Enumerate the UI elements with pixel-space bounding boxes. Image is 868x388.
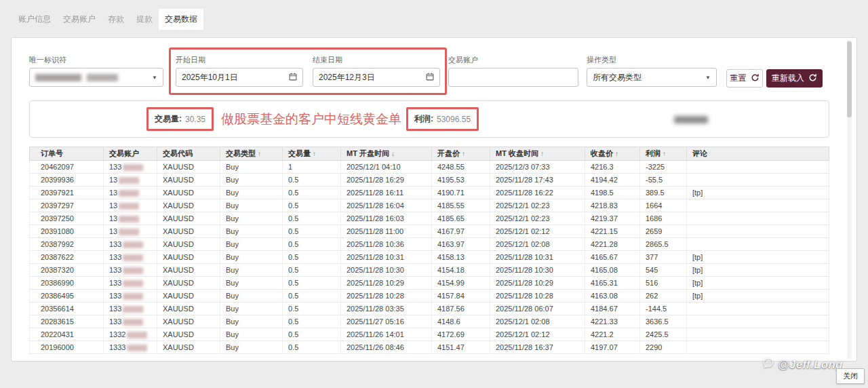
operation-type-select[interactable]: 所有交易类型 ▼ (587, 68, 717, 87)
start-date-label: 开始日期 (176, 55, 303, 64)
table-cell: 4185.65 (432, 212, 490, 225)
chevron-down-icon: ▼ (705, 75, 711, 81)
profit-stat-value: 53096.55 (437, 115, 471, 124)
table-cell: XAUUSD (157, 290, 220, 303)
table-cell: Buy (220, 341, 283, 354)
table-cell: 4221.2 (585, 328, 640, 341)
blurred-account-number (123, 164, 143, 171)
blurred-account-number (127, 345, 147, 351)
reload-button[interactable]: 重新载入 (766, 69, 823, 88)
table-cell: Buy (220, 264, 283, 277)
table-cell: 20399936 (30, 174, 104, 187)
tab-deposits[interactable]: 存款 (102, 9, 130, 30)
reset-button[interactable]: 重置 (726, 69, 763, 88)
tab-account-info[interactable]: 账户信息 (12, 9, 57, 30)
close-button[interactable]: 关闭 (836, 368, 865, 384)
table-row[interactable]: 20283615133XAUUSDBuy0.52025/11/27 05:164… (30, 315, 829, 328)
table-row[interactable]: 2039108013XAUUSDBuy0.52025/11/28 11:0041… (30, 225, 829, 238)
table-cell: 20397250 (30, 212, 104, 225)
end-date-label: 结束日期 (313, 55, 440, 64)
table-cell: 2025/11/28 10:36 (341, 238, 432, 251)
table-cell: 2025/12/1 02:08 (490, 238, 585, 251)
table-row[interactable]: 2039993613XAUUSDBuy0.52025/11/28 16:2941… (30, 174, 829, 187)
end-date-input[interactable]: 2025年12月3日 (313, 68, 440, 87)
table-cell: XAUUSD (157, 264, 220, 277)
blurred-account-number (127, 332, 147, 338)
table-cell: 4218.83 (585, 199, 640, 212)
table-cell: 20397921 (30, 187, 104, 199)
table-cell: 4187.56 (432, 303, 490, 315)
table-row[interactable]: 20356614133XAUUSDBuy0.52025/11/28 03:354… (30, 303, 829, 315)
table-row[interactable]: 20387320133XAUUSDBuy0.52025/11/28 10:304… (30, 264, 829, 277)
column-header-4[interactable]: 交易类型↑ (220, 147, 283, 161)
end-date-value: 2025年12月3日 (319, 72, 375, 83)
table-cell: XAUUSD (157, 212, 220, 225)
table-row[interactable]: 20386495133XAUUSDBuy0.52025/11/28 10:284… (30, 290, 829, 303)
column-header-7[interactable]: 开盘价↑ (432, 147, 490, 161)
table-cell: 2025/11/28 06:07 (490, 303, 585, 315)
table-cell: 2025/11/26 08:46 (341, 341, 432, 354)
tab-trading-data[interactable]: 交易数据 (159, 9, 203, 30)
table-cell: 2025/11/28 10:30 (490, 264, 585, 277)
table-cell: 1664 (640, 199, 687, 212)
table-cell: 2425.5 (640, 328, 687, 341)
table-cell: 4165.67 (585, 251, 640, 264)
table-cell: Buy (220, 238, 283, 251)
table-cell: XAUUSD (157, 277, 220, 290)
table-row[interactable]: 20462097133XAUUSDBuy12025/12/1 04:104248… (30, 161, 829, 174)
column-header-8[interactable]: MT 收盘时间↑ (490, 147, 585, 161)
table-cell: 545 (640, 264, 687, 277)
table-cell: 2025/12/1 02:12 (490, 328, 585, 341)
table-cell: 4167.97 (432, 225, 490, 238)
table-cell: 133 (104, 277, 157, 290)
table-cell: 1686 (640, 212, 687, 225)
table-row[interactable]: 20386990133XAUUSDBuy0.52025/11/28 10:294… (30, 277, 829, 290)
tab-withdrawals[interactable]: 提款 (130, 9, 159, 30)
table-cell: 2025/11/28 16:29 (341, 174, 432, 187)
table-cell: Buy (220, 212, 283, 225)
table-cell: 20391080 (30, 225, 104, 238)
column-header-9[interactable]: 收盘价↑ (585, 147, 640, 161)
table-cell: 2025/12/1 02:12 (490, 225, 585, 238)
table-cell: 4157.84 (432, 290, 490, 303)
start-date-input[interactable]: 2025年10月1日 (176, 68, 303, 87)
table-row[interactable]: 201960001333XAUUSDBuy0.52025/11/26 08:46… (30, 341, 829, 354)
table-row[interactable]: 2039792113XAUUSDBuy0.52025/11/28 16:1141… (30, 187, 829, 199)
table-cell: XAUUSD (157, 303, 220, 315)
watermark-text: @Jeff.Long (778, 358, 843, 372)
table-cell: -55.5 (640, 174, 687, 187)
trade-account-input[interactable] (448, 68, 578, 87)
table-row[interactable]: 20387622133XAUUSDBuy0.52025/11/28 10:314… (30, 251, 829, 264)
table-row[interactable]: 2039729713XAUUSDBuy0.52025/11/28 16:0441… (30, 199, 829, 212)
column-header-10[interactable]: 利润↑ (640, 147, 687, 161)
table-cell: 4184.67 (585, 303, 640, 315)
table-cell: Buy (220, 303, 283, 315)
unique-id-select[interactable]: ▼ (29, 68, 163, 87)
scrollbar-thumb[interactable] (847, 41, 852, 117)
table-cell: 2025/12/1 02:08 (490, 315, 585, 328)
volume-stat-annotation-box: 交易量: 30.35 (146, 107, 214, 131)
table-cell: 2025/11/28 10:31 (490, 251, 585, 264)
table-cell: 13 (104, 225, 157, 238)
table-cell: 133 (104, 264, 157, 277)
unique-id-label: 唯一标识符 (29, 55, 163, 64)
table-cell: 2025/11/26 14:01 (341, 328, 432, 341)
column-header-5[interactable]: 交易量↑ (283, 147, 341, 161)
column-header-6[interactable]: MT 开盘时间↓ (341, 147, 432, 161)
watermark: @Jeff.Long (762, 357, 843, 372)
table-row[interactable]: 2039725013XAUUSDBuy0.52025/11/28 16:0341… (30, 212, 829, 225)
calendar-icon[interactable] (426, 73, 434, 83)
table-cell (687, 328, 829, 341)
vertical-scrollbar[interactable] (847, 40, 852, 359)
sort-asc-icon: ↑ (663, 150, 666, 157)
refresh-icon (751, 73, 760, 84)
table-row[interactable]: 202204311332XAUUSDBuy0.52025/11/26 14:01… (30, 328, 829, 341)
calendar-icon[interactable] (289, 73, 297, 83)
blurred-account-number (119, 177, 139, 184)
tab-trading-accounts[interactable]: 交易账户 (57, 9, 102, 30)
table-row[interactable]: 20387992133XAUUSDBuy0.52025/11/28 10:364… (30, 238, 829, 251)
table-cell: 2025/11/28 10:29 (341, 277, 432, 290)
table-cell: 0.5 (283, 174, 341, 187)
sort-asc-icon: ↑ (540, 150, 544, 157)
table-cell: 20387622 (30, 251, 104, 264)
